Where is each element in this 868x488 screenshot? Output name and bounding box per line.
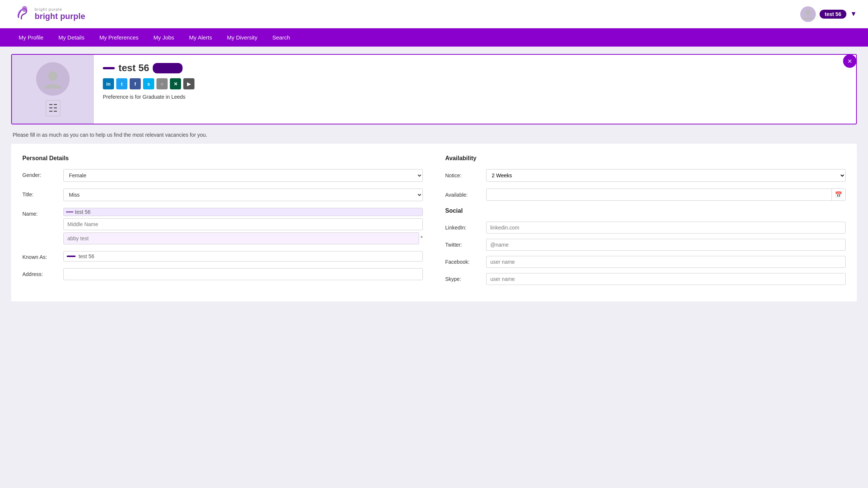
right-column: Availability Notice: 2 Weeks 1 Month 3 M… bbox=[445, 155, 846, 290]
address-label: Address: bbox=[22, 268, 60, 277]
known-as-badge bbox=[67, 256, 76, 257]
twitter-social-btn[interactable]: t bbox=[116, 78, 127, 89]
user-area[interactable]: test 56 ▼ bbox=[800, 6, 857, 22]
linkedin-social-btn[interactable]: in bbox=[103, 78, 114, 89]
social-icons-bar: in t f s ○ ✕ ▶ bbox=[103, 78, 847, 89]
user-name-badge: test 56 bbox=[820, 10, 846, 19]
first-name-badge bbox=[66, 212, 73, 212]
page-content: ☷ test 56 in t f s ○ ✕ ▶ Preference is f… bbox=[0, 47, 868, 309]
profile-surname-redacted bbox=[153, 63, 183, 73]
skype-row: Skype: bbox=[445, 273, 846, 285]
known-as-label: Known As: bbox=[22, 251, 60, 260]
profile-name-redacted bbox=[103, 67, 115, 69]
title-row: Title: Miss Mr Mrs Ms Dr Prof bbox=[22, 188, 423, 201]
other-social-btn1[interactable]: ○ bbox=[156, 78, 168, 89]
personal-details-section: Personal Details Gender: Female Male Oth… bbox=[22, 155, 423, 290]
video-social-btn[interactable]: ▶ bbox=[183, 78, 194, 89]
notice-select[interactable]: 2 Weeks 1 Month 3 Months Immediately bbox=[486, 169, 846, 182]
linkedin-row: LinkedIn: bbox=[445, 222, 846, 234]
dropdown-arrow-icon[interactable]: ▼ bbox=[850, 10, 857, 18]
last-name-asterisk: * bbox=[421, 235, 423, 242]
name-row: Name: test 56 * bbox=[22, 208, 423, 244]
social-section: Social LinkedIn: Twitter: Facebook: Skyp… bbox=[445, 207, 846, 285]
known-as-value: test 56 bbox=[79, 253, 94, 259]
address-row: Address: bbox=[22, 268, 423, 280]
skype-label: Skype: bbox=[445, 276, 482, 282]
nav-my-details[interactable]: My Details bbox=[51, 28, 92, 47]
title-select[interactable]: Miss Mr Mrs Ms Dr Prof bbox=[63, 188, 423, 201]
xing-social-btn[interactable]: ✕ bbox=[170, 78, 181, 89]
known-as-row: Known As: test 56 bbox=[22, 251, 423, 262]
title-control: Miss Mr Mrs Ms Dr Prof bbox=[63, 188, 423, 201]
close-button[interactable]: × bbox=[843, 54, 856, 68]
first-name-field[interactable]: test 56 bbox=[63, 208, 423, 216]
linkedin-input[interactable] bbox=[486, 222, 846, 234]
facebook-social-btn[interactable]: f bbox=[130, 78, 141, 89]
calendar-button[interactable]: 📅 bbox=[831, 189, 845, 200]
nav: My Profile My Details My Preferences My … bbox=[0, 28, 868, 47]
skype-input[interactable] bbox=[486, 273, 846, 285]
known-as-control: test 56 bbox=[63, 251, 423, 262]
facebook-label: Facebook: bbox=[445, 259, 482, 265]
svg-point-3 bbox=[48, 71, 58, 81]
available-label: Available: bbox=[445, 192, 482, 198]
nav-my-preferences[interactable]: My Preferences bbox=[92, 28, 146, 47]
first-name-value: test 56 bbox=[75, 209, 91, 215]
svg-point-2 bbox=[805, 10, 811, 15]
cv-icon[interactable]: ☷ bbox=[46, 100, 60, 116]
nav-my-diversity[interactable]: My Diversity bbox=[219, 28, 265, 47]
gender-select[interactable]: Female Male Other Prefer not to say bbox=[63, 169, 423, 182]
facebook-row: Facebook: bbox=[445, 256, 846, 268]
form-card: Personal Details Gender: Female Male Oth… bbox=[11, 144, 857, 301]
logo-area: bright purple bright purple bbox=[11, 4, 85, 24]
facebook-input[interactable] bbox=[486, 256, 846, 268]
helper-text: Please fill in as much as you can to hel… bbox=[11, 132, 857, 138]
available-row: Available: 📅 bbox=[445, 188, 846, 201]
profile-info: test 56 in t f s ○ ✕ ▶ Preference is for… bbox=[94, 55, 856, 124]
nav-my-profile[interactable]: My Profile bbox=[11, 28, 51, 47]
user-avatar-icon bbox=[802, 8, 814, 20]
header: bright purple bright purple test 56 ▼ bbox=[0, 0, 868, 28]
svg-point-1 bbox=[22, 6, 27, 12]
last-name-input[interactable] bbox=[63, 232, 419, 244]
last-name-wrap: * bbox=[63, 232, 423, 244]
skype-social-btn[interactable]: s bbox=[143, 78, 154, 89]
svg-point-0 bbox=[12, 4, 31, 23]
available-input-wrap: 📅 bbox=[486, 188, 846, 201]
name-control: test 56 * bbox=[63, 208, 423, 244]
profile-avatar-icon bbox=[42, 68, 64, 90]
address-control bbox=[63, 268, 423, 280]
nav-my-alerts[interactable]: My Alerts bbox=[182, 28, 220, 47]
available-input[interactable] bbox=[487, 189, 831, 200]
address-input[interactable] bbox=[63, 268, 423, 280]
logo-icon bbox=[11, 4, 32, 24]
profile-preference: Preference is for Graduate in Leeds bbox=[103, 94, 847, 100]
linkedin-label: LinkedIn: bbox=[445, 225, 482, 231]
twitter-input[interactable] bbox=[486, 239, 846, 251]
profile-card: ☷ test 56 in t f s ○ ✕ ▶ Preference is f… bbox=[11, 54, 857, 124]
middle-name-input[interactable] bbox=[63, 218, 423, 230]
profile-name-text: test 56 bbox=[118, 62, 149, 74]
profile-avatar[interactable] bbox=[36, 62, 70, 96]
notice-label: Notice: bbox=[445, 172, 482, 178]
twitter-row: Twitter: bbox=[445, 239, 846, 251]
twitter-label: Twitter: bbox=[445, 242, 482, 248]
nav-my-jobs[interactable]: My Jobs bbox=[146, 28, 182, 47]
gender-label: Gender: bbox=[22, 169, 60, 178]
profile-photo-area: ☷ bbox=[12, 55, 94, 124]
avatar bbox=[800, 6, 816, 22]
availability-title: Availability bbox=[445, 155, 846, 162]
availability-section: Availability Notice: 2 Weeks 1 Month 3 M… bbox=[445, 155, 846, 201]
social-title: Social bbox=[445, 207, 846, 214]
logo-text: bright purple bright purple bbox=[35, 7, 85, 21]
nav-search[interactable]: Search bbox=[265, 28, 298, 47]
personal-details-title: Personal Details bbox=[22, 155, 423, 162]
notice-row: Notice: 2 Weeks 1 Month 3 Months Immedia… bbox=[445, 169, 846, 182]
title-label: Title: bbox=[22, 188, 60, 197]
name-label: Name: bbox=[22, 208, 60, 217]
gender-control: Female Male Other Prefer not to say bbox=[63, 169, 423, 182]
profile-name: test 56 bbox=[103, 62, 847, 74]
known-as-field[interactable]: test 56 bbox=[63, 251, 423, 262]
gender-row: Gender: Female Male Other Prefer not to … bbox=[22, 169, 423, 182]
